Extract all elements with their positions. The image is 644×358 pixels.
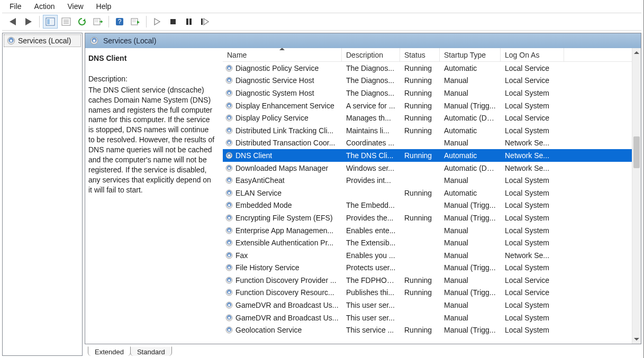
service-status: Running [400,64,440,72]
menu-help[interactable]: Help [90,1,118,12]
help-button[interactable]: ? [112,15,127,29]
pause-service-button[interactable] [182,15,196,29]
service-description: This service ... [342,326,400,334]
service-row[interactable]: Downloaded Maps ManagerWindows ser...Aut… [223,162,632,175]
menu-action[interactable]: Action [28,1,61,12]
service-status: Running [400,151,440,160]
gear-icon [225,189,233,197]
service-row[interactable]: ELAN ServiceRunningAutomaticLocal System [223,187,632,199]
service-description: Provides int... [342,176,400,185]
nav-back-button[interactable] [5,15,20,29]
stop-service-button[interactable] [166,15,180,29]
service-description: Maintains li... [342,126,400,135]
service-row[interactable]: Function Discovery Provider ...The FDPHO… [223,274,632,287]
column-header-status[interactable]: Status [400,48,440,61]
column-header-name[interactable]: Name [223,48,342,61]
tab-standard[interactable]: Standard [130,346,172,356]
service-status: Running [400,326,440,334]
service-row[interactable]: Geolocation ServiceThis service ...Runni… [223,324,632,336]
chevron-up-icon [634,51,639,54]
services-list[interactable]: Name Description Status Startup Type Log… [223,48,632,344]
column-header-startup-type[interactable]: Startup Type [440,48,501,61]
service-description: Coordinates ... [342,139,400,147]
column-header-log-on-as[interactable]: Log On As [501,48,564,61]
service-row[interactable]: Display Enhancement ServiceA service for… [223,99,632,112]
service-description: Manages th... [342,114,400,122]
scroll-thumb[interactable] [633,136,640,168]
service-row[interactable]: Encrypting File System (EFS)Provides the… [223,212,632,224]
service-startup: Manual [440,226,501,235]
service-name: Diagnostic System Host [235,89,314,97]
menu-view[interactable]: View [61,1,89,12]
service-logon: Local Service [501,64,564,72]
service-name: Encrypting File System (EFS) [235,214,333,222]
service-row[interactable]: Diagnostic System HostThe Diagnos...Runn… [223,87,632,99]
service-row[interactable]: Display Policy ServiceManages th...Runni… [223,112,632,124]
details-pane-header: Services (Local) [85,33,641,48]
service-logon: Local System [501,189,564,197]
export-list-button[interactable] [90,15,105,29]
gear-icon [225,76,233,85]
service-row[interactable]: GameDVR and Broadcast Us...This user ser… [223,311,632,324]
service-status: Running [400,214,440,222]
pause-icon [186,18,192,25]
nav-forward-button[interactable] [21,15,36,29]
connect-button[interactable] [128,15,143,29]
start-service-button[interactable] [150,15,165,29]
service-logon: Local Service [501,114,564,122]
vertical-scrollbar[interactable] [632,48,641,344]
gear-icon [225,139,233,147]
scroll-up-button[interactable] [632,48,641,57]
service-startup: Manual [440,301,501,309]
service-description: Protects user... [342,263,400,272]
svg-rect-17 [170,19,176,24]
gear-icon [225,263,233,272]
column-header-description[interactable]: Description [342,48,400,61]
service-logon: Local System [501,126,564,135]
refresh-button[interactable] [75,15,89,29]
service-row[interactable]: Diagnostic Service HostThe Diagnos...Run… [223,75,632,87]
service-logon: Local System [501,263,564,272]
service-row[interactable]: Distributed Link Tracking Cli...Maintain… [223,124,632,137]
service-row[interactable]: DNS ClientThe DNS Cli...RunningAutomatic… [223,149,632,162]
service-row[interactable]: EasyAntiCheatProvides int...ManualLocal … [223,174,632,187]
service-row[interactable]: GameDVR and Broadcast Us...This user ser… [223,299,632,311]
description-text: The DNS Client service (dnscache) caches… [88,85,216,195]
properties-card-button[interactable] [59,15,74,29]
service-logon: Network Se... [501,251,564,260]
service-startup: Manual (Trigg... [440,263,501,272]
details-pane-title: Services (Local) [103,35,156,46]
scroll-track[interactable] [632,57,641,335]
service-startup: Automatic (De... [440,114,501,122]
service-row[interactable]: Enterprise App Managemen...Enables ente.… [223,224,632,237]
service-row[interactable]: File History ServiceProtects user...Manu… [223,262,632,274]
service-row[interactable]: FaxEnables you ...ManualNetwork Se... [223,249,632,262]
service-description: The Diagnos... [342,64,400,72]
show-hide-tree-button[interactable] [43,15,58,29]
service-name: ELAN Service [235,189,282,197]
service-row[interactable]: Embedded ModeThe Embedd...Manual (Trigg.… [223,199,632,212]
service-description: The DNS Cli... [342,151,400,160]
console-tree[interactable]: Services (Local) [2,33,83,356]
service-description: Enables ente... [342,226,400,235]
service-status: Running [400,288,440,297]
service-startup: Automatic (De... [440,164,501,172]
service-logon: Network Se... [501,139,564,147]
service-logon: Local Service [501,76,564,85]
service-logon: Network Se... [501,164,564,172]
service-startup: Automatic [440,126,501,135]
service-row[interactable]: Function Discovery Resourc...Publishes t… [223,287,632,299]
service-logon: Local System [501,226,564,235]
restart-service-button[interactable] [197,15,212,29]
service-row[interactable]: Diagnostic Policy ServiceThe Diagnos...R… [223,62,632,75]
scroll-down-button[interactable] [632,335,641,344]
tab-extended[interactable]: Extended [88,346,131,356]
service-name: Distributed Transaction Coor... [235,139,335,147]
service-status: Running [400,189,440,197]
menu-file[interactable]: File [3,1,28,12]
toolbar: ? [2,13,641,31]
service-row[interactable]: Extensible Authentication Pr...The Exten… [223,236,632,249]
tree-node-services-local[interactable]: Services (Local) [4,34,81,47]
service-row[interactable]: Distributed Transaction Coor...Coordinat… [223,137,632,150]
service-logon: Local System [501,89,564,97]
